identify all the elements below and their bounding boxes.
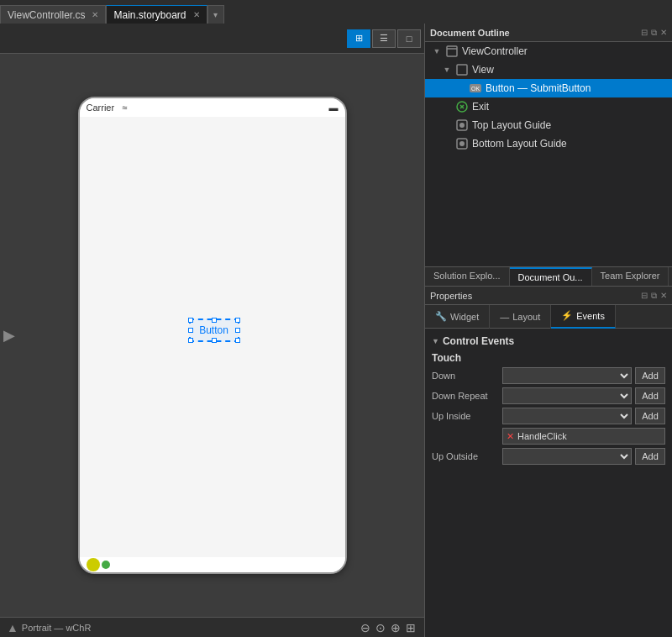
tab-solution-explorer[interactable]: Solution Explo...	[425, 267, 510, 286]
close-outline-btn[interactable]: ✕	[660, 28, 667, 38]
expand-btn	[455, 83, 465, 93]
expand-exit	[442, 102, 452, 112]
handle-click-text: HandleClick	[517, 431, 567, 441]
tab-viewcontroller[interactable]: ViewController.cs ✕	[0, 5, 106, 24]
up-outside-input-container: Add	[502, 448, 665, 465]
zoom-fill-btn[interactable]: ⊞	[404, 621, 417, 634]
expand-top	[442, 120, 452, 130]
zoom-in-btn[interactable]: ⊕	[389, 621, 402, 634]
status-icon-yellow	[87, 558, 100, 571]
expand-view[interactable]: ▼	[442, 65, 452, 75]
zoom-fit-btn[interactable]: ⊙	[374, 621, 387, 634]
events-label: Events	[576, 311, 605, 321]
prop-pin-icon[interactable]: ⊟	[641, 291, 648, 301]
handle-ml[interactable]	[188, 328, 193, 333]
titlebar-actions: ⊟ ⧉ ✕	[641, 28, 667, 38]
up-outside-select[interactable]	[502, 448, 632, 465]
outline-item-viewcontroller[interactable]: ▼ ViewController	[425, 42, 672, 61]
outline-content[interactable]: ▼ ViewController ▼ View	[425, 42, 672, 266]
canvas-arrow: ▶	[3, 326, 15, 345]
down-repeat-select[interactable]	[502, 387, 632, 404]
toolbar-btn-list[interactable]: ☰	[372, 29, 396, 48]
iphone-frame: Carrier ≈ ▬ Button	[78, 97, 347, 574]
prop-close-btn[interactable]: ✕	[660, 291, 667, 301]
svg-rect-0	[447, 46, 457, 56]
close-tab-mainstoryboard[interactable]: ✕	[193, 10, 200, 19]
up-inside-label: Up Inside	[432, 411, 499, 421]
storyboard-canvas[interactable]: ▶ Carrier ≈ ▬	[0, 54, 424, 617]
outline-item-view[interactable]: ▼ View	[425, 61, 672, 79]
prop-row-down-repeat: Down Repeat Add	[432, 387, 665, 404]
prop-float-icon[interactable]: ⧉	[651, 291, 657, 301]
down-select[interactable]	[502, 367, 632, 384]
down-input-container: Add	[502, 367, 665, 384]
down-add-btn[interactable]: Add	[635, 367, 665, 384]
tab-label-mainstoryboard: Main.storyboard	[113, 9, 186, 21]
zoom-out-btn[interactable]: ⊖	[359, 621, 372, 634]
svg-rect-2	[457, 65, 467, 75]
up-inside-select[interactable]	[502, 408, 632, 424]
up-outside-add-btn[interactable]: Add	[635, 448, 665, 465]
outline-item-top-layout[interactable]: Top Layout Guide	[425, 116, 672, 134]
up-inside-add-btn[interactable]: Add	[635, 408, 665, 424]
toolbar-btn-grid[interactable]: ⊞	[347, 29, 370, 48]
tab-mainstoryboard[interactable]: Main.storyboard ✕	[106, 5, 207, 24]
button-widget-label: Button	[199, 324, 228, 336]
view-icon	[455, 63, 469, 76]
tab-layout[interactable]: — Layout	[490, 305, 551, 329]
down-repeat-input-container: Add	[502, 387, 665, 404]
handle-bl[interactable]	[188, 338, 193, 343]
properties-content: Control Events Touch Down Add Down Repea…	[425, 329, 672, 637]
portrait-label: Portrait — wChR	[22, 623, 92, 633]
tab-team-explorer[interactable]: Team Explorer	[592, 267, 669, 286]
handle-tr[interactable]	[235, 318, 240, 323]
expand-vc[interactable]: ▼	[432, 46, 442, 56]
tab-team-label: Team Explorer	[601, 271, 660, 281]
handle-click-row: ✕ HandleClick	[432, 428, 665, 445]
top-layout-icon	[455, 118, 469, 132]
touch-subsection: Touch	[432, 352, 665, 364]
layout-label: Layout	[512, 312, 540, 322]
tab-events[interactable]: ⚡ Events	[551, 305, 616, 329]
expand-bottom	[442, 139, 452, 149]
storyboard-bottom-bar: ▲ Portrait — wChR ⊖ ⊙ ⊕ ⊞	[0, 617, 424, 637]
button-icon: OK	[469, 82, 482, 95]
svg-point-9	[459, 141, 465, 146]
outline-item-button[interactable]: OK Button — SubmitButton	[425, 79, 672, 97]
outline-item-exit[interactable]: Exit	[425, 97, 672, 116]
toolbar-btn-square[interactable]: □	[397, 29, 421, 48]
tab-bar: ViewController.cs ✕ Main.storyboard ✕ ▾	[0, 0, 672, 24]
handle-mr[interactable]	[235, 328, 240, 333]
status-icon-green	[102, 561, 110, 569]
tab-solution-label: Solution Explo...	[433, 271, 501, 281]
iphone-screen[interactable]: Button	[80, 117, 345, 557]
tab-widget[interactable]: 🔧 Widget	[425, 305, 490, 329]
main-area: ⊞ ☰ □ ▶ Carrier ≈ ▬	[0, 24, 672, 637]
handle-tc[interactable]	[212, 318, 217, 323]
handle-click-remove[interactable]: ✕	[507, 431, 514, 442]
handle-br[interactable]	[235, 338, 240, 343]
storyboard-toolbar: ⊞ ☰ □	[0, 24, 424, 54]
widget-label: Widget	[450, 312, 479, 322]
portrait-triangle: ▲	[7, 621, 18, 634]
outline-item-bottom-layout[interactable]: Bottom Layout Guide	[425, 134, 672, 153]
pin-icon[interactable]: ⊟	[641, 28, 648, 38]
float-icon[interactable]: ⧉	[651, 28, 657, 38]
handle-bc[interactable]	[212, 338, 217, 343]
properties-titlebar: Properties ⊟ ⧉ ✕	[425, 287, 672, 305]
tab-overflow[interactable]: ▾	[207, 5, 224, 24]
close-tab-viewcontroller[interactable]: ✕	[92, 10, 98, 19]
iphone-bottom	[80, 557, 345, 572]
button-widget[interactable]: Button	[189, 318, 239, 342]
document-outline-titlebar: Document Outline ⊟ ⧉ ✕	[425, 24, 672, 42]
panel-tab-strip: Solution Explo... Document Ou... Team Ex…	[425, 267, 672, 287]
down-repeat-add-btn[interactable]: Add	[635, 387, 665, 404]
bottom-layout-label: Bottom Layout Guide	[472, 138, 567, 150]
touch-label: Touch	[432, 352, 461, 364]
up-inside-input-container: Add	[502, 408, 665, 424]
tab-document-outline[interactable]: Document Ou...	[510, 267, 592, 286]
tab-label-viewcontroller: ViewController.cs	[8, 9, 85, 21]
vc-icon	[445, 45, 459, 58]
handle-tl[interactable]	[188, 318, 193, 323]
properties-title: Properties	[430, 291, 472, 301]
